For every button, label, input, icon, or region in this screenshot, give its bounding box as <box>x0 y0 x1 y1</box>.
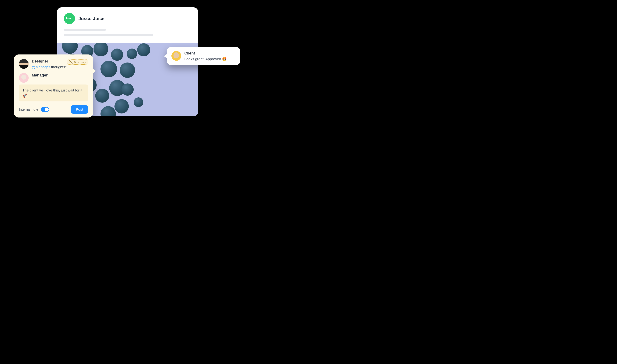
comment-body: Client Looks great! Approved 🤩 <box>184 51 227 61</box>
panel-footer: Internal note Post <box>19 105 88 114</box>
internal-note-toggle[interactable] <box>41 107 49 112</box>
post-button[interactable]: Post <box>71 105 88 114</box>
reply-textarea[interactable]: The client will love this, just wait for… <box>19 84 88 102</box>
comment-row: Manager <box>19 73 88 83</box>
brand-avatar-text: Jusco <box>65 17 73 20</box>
team-only-badge: Team only <box>67 59 88 65</box>
brand-avatar: Jusco <box>64 13 75 24</box>
brand-name: Jusco Juice <box>79 16 105 21</box>
post-header: Jusco Jusco Juice <box>57 7 198 27</box>
commenter-name: Manager <box>32 73 88 78</box>
comment-row: Designer @Manager thoughts? Team only <box>19 59 88 69</box>
comment-text: Looks great! Approved 🤩 <box>184 57 227 61</box>
client-comment-bubble: Client Looks great! Approved 🤩 <box>167 47 240 65</box>
internal-note-toggle-wrap: Internal note <box>19 107 49 112</box>
comment-text: @Manager thoughts? <box>32 65 88 69</box>
post-body-placeholder <box>57 27 198 43</box>
eye-off-icon <box>69 60 72 64</box>
mention[interactable]: @Manager <box>32 65 50 69</box>
team-comments-panel: Designer @Manager thoughts? Team only Ma… <box>14 54 93 117</box>
avatar-client <box>171 51 181 61</box>
skeleton-line <box>64 34 153 36</box>
avatar-manager <box>19 73 29 83</box>
commenter-name: Client <box>184 51 227 55</box>
internal-note-label: Internal note <box>19 107 38 112</box>
team-only-label: Team only <box>74 61 86 64</box>
skeleton-line <box>64 29 106 31</box>
comment-body: Manager <box>32 73 88 83</box>
comment-text-rest: thoughts? <box>50 65 67 69</box>
avatar-designer <box>19 59 29 69</box>
